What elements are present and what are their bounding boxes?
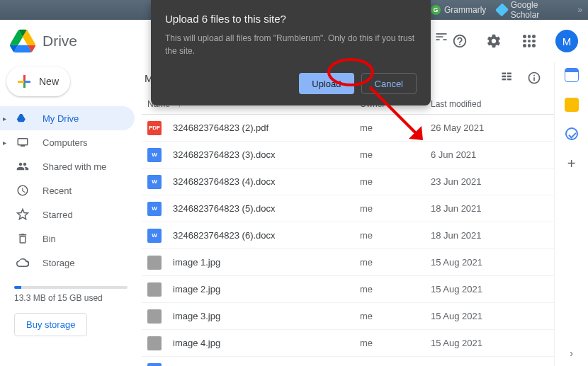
table-row[interactable]: W3246823764823 (5).docxme18 Jun 2021 [142,195,554,222]
file-owner: me [360,338,431,348]
img-icon [147,309,162,324]
table-row[interactable]: W3246823764823 (3).docxme6 Jun 2021 [142,142,554,168]
drive-logo-icon[interactable] [10,28,35,54]
chevron-right-icon: ▸ [3,115,6,122]
sidebar-item-storage[interactable]: Storage [0,251,135,275]
storage-text: 13.3 MB of 15 GB used [14,293,128,303]
file-owner: me [360,203,431,214]
cancel-button[interactable]: Cancel [361,73,417,94]
table-row[interactable]: image 3.jpgme15 Aug 2021 [142,303,554,330]
sidebar-item-recent[interactable]: Recent [0,178,135,202]
add-icon[interactable]: + [567,156,576,172]
clock-icon [16,183,30,198]
computers-icon [16,135,30,149]
svg-rect-5 [507,79,511,81]
table-row[interactable]: image 2.jpgme15 Aug 2021 [142,276,554,303]
file-date: 15 Aug 2021 [431,338,541,348]
file-name: 3246823764823 (5).docx [173,203,360,214]
sidebar-item-bin[interactable]: Bin [0,227,135,251]
buy-storage-button[interactable]: Buy storage [14,313,87,336]
file-date: 15 Aug 2021 [431,257,541,268]
sidebar: New ▸My Drive ▸Computers Shared with me … [0,62,142,366]
keep-icon[interactable] [565,98,579,112]
storage-bar [14,286,128,289]
sidebar-item-shared[interactable]: Shared with me [0,154,135,178]
cloud-icon [16,256,30,270]
star-icon [16,207,30,222]
chevron-right-icon: ▸ [3,139,6,147]
svg-rect-2 [502,79,507,81]
sidebar-item-my-drive[interactable]: ▸My Drive [0,106,135,130]
sidebar-item-label: Recent [43,185,72,196]
docx-icon: W [147,363,162,367]
sidebar-item-label: Starred [43,210,73,220]
brand-name: Drive [43,33,77,50]
file-date: 23 Jun 2021 [431,176,541,187]
calendar-icon[interactable] [565,68,579,82]
storage-info: 13.3 MB of 15 GB used Buy storage [0,275,142,336]
file-owner: me [360,230,431,241]
new-button[interactable]: New [6,67,70,96]
bookmark-grammarly[interactable]: GGrammarly [431,5,486,15]
table-row[interactable]: image 4.jpgme15 Aug 2021 [142,330,554,357]
sidebar-item-label: Storage [43,258,75,268]
scholar-icon [495,3,509,16]
file-name: 3246823764823 (3).docx [173,149,360,160]
img-icon [147,282,162,297]
file-name: image 2.jpg [173,284,360,294]
table-row[interactable]: Wliterature review.docxme28 Aug 2021 [142,357,554,366]
plus-icon [16,74,32,89]
sidebar-item-label: Computers [43,137,88,148]
avatar[interactable]: M [555,30,578,52]
grid-view-icon[interactable] [500,71,514,85]
file-date: 18 Jun 2021 [431,230,541,241]
file-date: 26 May 2021 [431,122,541,133]
tasks-icon[interactable] [565,127,578,140]
file-owner: me [360,311,431,321]
gear-icon[interactable] [486,33,502,49]
file-date: 15 Aug 2021 [431,311,541,321]
docx-icon: W [147,148,162,162]
file-owner: me [360,257,431,268]
table-row[interactable]: PDF3246823764823 (2).pdfme26 May 2021 [142,115,554,142]
file-name: 3246823764823 (4).docx [173,176,360,187]
img-icon [147,256,162,270]
svg-rect-0 [502,73,507,75]
sidebar-item-computers[interactable]: ▸Computers [0,130,135,154]
pdf-icon: PDF [147,121,162,135]
sidebar-item-label: Shared with me [43,161,106,172]
img-icon [147,336,162,350]
upload-dialog: Upload 6 files to this site? This will u… [151,0,431,105]
svg-rect-4 [507,76,511,78]
file-name: image 3.jpg [173,311,360,321]
sidebar-item-starred[interactable]: Starred [0,202,135,227]
file-date: 18 Jun 2021 [431,203,541,214]
svg-rect-1 [502,76,507,78]
file-name: image 1.jpg [173,257,360,268]
svg-rect-3 [507,73,511,75]
bookmarks-more-icon[interactable]: » [577,5,582,15]
sidebar-item-label: My Drive [43,113,79,124]
upload-button[interactable]: Upload [299,73,354,94]
table-row[interactable]: W3246823764823 (6).docxme18 Jun 2021 [142,222,554,249]
dialog-message: This will upload all files from "Rumbler… [165,32,417,57]
file-date: 6 Jun 2021 [431,149,541,160]
info-icon[interactable] [527,71,541,85]
table-row[interactable]: image 1.jpgme15 Aug 2021 [142,249,554,276]
chevron-right-icon[interactable]: › [570,348,573,359]
col-modified[interactable]: Last modified [431,99,541,109]
table-row[interactable]: W3246823764823 (4).docxme23 Jun 2021 [142,168,554,195]
apps-icon[interactable] [523,35,536,47]
adjust-icon[interactable] [434,30,448,44]
content-area: M Name ↑ Owner Last modified PDF32468237… [142,62,554,366]
drive-icon [16,111,30,125]
file-name: 3246823764823 (6).docx [173,230,360,241]
docx-icon: W [147,175,162,189]
file-owner: me [360,176,431,187]
bookmark-scholar[interactable]: Google Scholar [497,0,566,20]
help-icon[interactable] [452,33,468,49]
file-date: 15 Aug 2021 [431,284,541,294]
dialog-title: Upload 6 files to this site? [165,13,417,25]
docx-icon: W [147,229,162,243]
file-name: 3246823764823 (2).pdf [173,122,360,133]
